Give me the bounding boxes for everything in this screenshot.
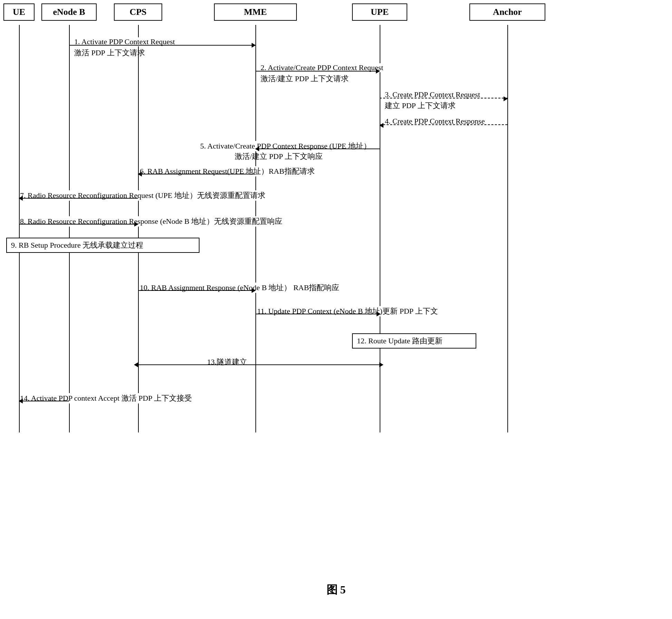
entity-CPS: CPS [114,3,162,21]
msg2-cn: 激活/建立 PDP 上下文请求 [261,74,349,84]
msg5-cn: 激活/建立 PDP 上下文响应 [235,151,323,162]
rb-setup-box: 9. RB Setup Procedure 无线承载建立过程 [6,238,199,253]
sequence-diagram: UE eNode B CPS MME UPE Anchor 1. Activat… [0,0,672,604]
msg13-line [138,364,380,365]
lifeline-MME [255,25,256,432]
lifeline-UE [19,25,20,432]
msg10-line [138,290,255,291]
entity-UPE: UPE [352,3,407,21]
msg13-arrowhead-left [134,362,138,367]
lifeline-Anchor [507,25,508,432]
msg8-line [19,224,138,225]
msg13-label: 13.隧道建立 [207,357,247,367]
msg2-line [255,71,380,72]
entity-UE: UE [3,3,35,21]
lifeline-CPS [138,25,139,432]
msg11-line [255,314,380,314]
msg8-label: 8. Radio Resource Reconfiguration Respon… [20,216,282,227]
msg4-line [380,124,507,125]
msg1-line [69,45,255,46]
lifeline-UPE [380,25,380,432]
msg11-label: 11. Update PDP Context (eNode B 地址)更新 PD… [257,306,438,316]
entity-eNodeB: eNode B [41,3,97,21]
entity-MME: MME [214,3,297,21]
msg7-line [19,198,138,199]
msg7-label: 7. Radio Resource Reconfiguration Reques… [20,190,265,201]
msg13-arrowhead-right [379,362,383,367]
msg3-line [380,98,507,98]
msg1-cn: 激活 PDP 上下文请求 [74,48,145,58]
msg5-label: 5. Activate/Create PDP Context Response … [200,141,371,151]
figure-caption: 图 5 [0,582,672,598]
msg6-line [138,174,255,174]
lifeline-eNodeB [69,25,70,432]
msg14-label: 14. Activate PDP context Accept 激活 PDP 上… [20,393,192,403]
msg5-line [255,149,380,149]
msg3-cn: 建立 PDP 上下文请求 [385,101,456,111]
entity-Anchor: Anchor [469,3,545,21]
msg6-label: 6. RAB Assignment Request(UPE 地址）RAB指配请求 [140,166,315,177]
route-update-box: 12. Route Update 路由更新 [352,333,476,349]
msg10-label: 10. RAB Assignment Response (eNode B 地址）… [140,283,339,293]
msg14-line [19,401,69,401]
